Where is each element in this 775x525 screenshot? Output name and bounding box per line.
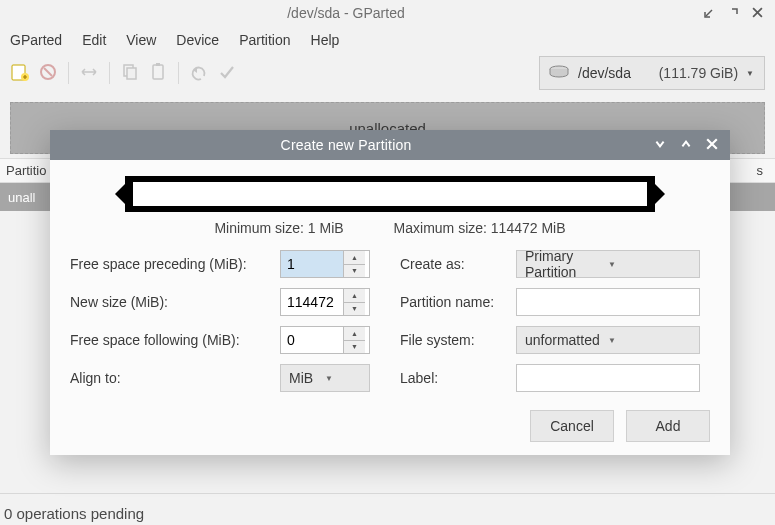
status-pending-ops: 0 operations pending — [4, 505, 144, 522]
menubar: GParted Edit View Device Partition Help — [0, 26, 775, 56]
create-as-label: Create as: — [400, 256, 516, 272]
partition-name-input[interactable] — [516, 288, 700, 316]
free-following-label: Free space following (MiB): — [70, 332, 280, 348]
close-icon[interactable] — [706, 138, 718, 153]
partition-size-slider[interactable] — [125, 176, 655, 212]
menu-device[interactable]: Device — [176, 32, 219, 48]
stepper-up-icon[interactable]: ▲ — [344, 289, 365, 303]
slider-handle-left[interactable] — [115, 176, 133, 212]
window-title-bar: /dev/sda - GParted — [0, 0, 775, 26]
file-system-label: File system: — [400, 332, 516, 348]
label-label: Label: — [400, 370, 516, 386]
menu-view[interactable]: View — [126, 32, 156, 48]
table-row-partition: unall — [8, 190, 35, 205]
chevron-down-icon[interactable] — [654, 138, 666, 153]
menu-help[interactable]: Help — [311, 32, 340, 48]
free-preceding-input[interactable] — [281, 251, 343, 277]
menu-edit[interactable]: Edit — [82, 32, 106, 48]
disk-icon — [548, 64, 570, 83]
device-size: (111.79 GiB) — [659, 65, 738, 81]
statusbar: 0 operations pending — [0, 493, 775, 523]
stepper-up-icon[interactable]: ▲ — [344, 327, 365, 341]
apply-icon[interactable] — [217, 62, 237, 85]
column-partition-header[interactable]: Partitio — [6, 163, 54, 178]
create-as-combo[interactable]: Primary Partition ▼ — [516, 250, 700, 278]
new-size-input[interactable] — [281, 289, 343, 315]
svg-rect-4 — [127, 68, 136, 79]
svg-rect-5 — [153, 65, 163, 79]
align-to-value: MiB — [289, 370, 325, 386]
add-button[interactable]: Add — [626, 410, 710, 442]
maximum-size-label: Maximum size: 114472 MiB — [394, 220, 566, 236]
device-name: /dev/sda — [578, 65, 651, 81]
cancel-button[interactable]: Cancel — [530, 410, 614, 442]
resize-icon[interactable] — [79, 62, 99, 85]
maximize-icon[interactable] — [728, 6, 738, 21]
create-as-value: Primary Partition — [525, 248, 608, 280]
new-size-spinner[interactable]: ▲▼ — [280, 288, 370, 316]
copy-icon[interactable] — [120, 62, 140, 85]
slider-handle-right[interactable] — [647, 176, 665, 212]
delete-icon[interactable] — [38, 62, 58, 85]
stepper-down-icon[interactable]: ▼ — [344, 341, 365, 354]
toolbar: /dev/sda (111.79 GiB) ▼ — [0, 56, 775, 98]
device-selector[interactable]: /dev/sda (111.79 GiB) ▼ — [539, 56, 765, 90]
close-icon[interactable] — [752, 6, 763, 21]
svg-rect-6 — [156, 63, 160, 66]
chevron-down-icon: ▼ — [608, 260, 691, 269]
dialog-title-bar: Create new Partition — [50, 130, 730, 160]
file-system-value: unformatted — [525, 332, 608, 348]
dialog-title: Create new Partition — [50, 137, 642, 153]
window-title: /dev/sda - GParted — [0, 5, 692, 21]
free-following-input[interactable] — [281, 327, 343, 353]
undo-icon[interactable] — [189, 62, 209, 85]
menu-gparted[interactable]: GParted — [10, 32, 62, 48]
free-preceding-label: Free space preceding (MiB): — [70, 256, 280, 272]
stepper-down-icon[interactable]: ▼ — [344, 265, 365, 278]
partition-name-label: Partition name: — [400, 294, 516, 310]
minimum-size-label: Minimum size: 1 MiB — [214, 220, 343, 236]
free-following-spinner[interactable]: ▲▼ — [280, 326, 370, 354]
chevron-down-icon: ▼ — [608, 336, 691, 345]
free-preceding-spinner[interactable]: ▲▼ — [280, 250, 370, 278]
align-to-combo[interactable]: MiB ▼ — [280, 364, 370, 392]
create-partition-dialog: Create new Partition Minimum size: 1 MiB… — [50, 130, 730, 455]
new-partition-icon[interactable] — [10, 62, 30, 85]
stepper-up-icon[interactable]: ▲ — [344, 251, 365, 265]
file-system-combo[interactable]: unformatted ▼ — [516, 326, 700, 354]
chevron-down-icon: ▼ — [325, 374, 361, 383]
align-to-label: Align to: — [70, 370, 280, 386]
label-input[interactable] — [516, 364, 700, 392]
minimize-icon[interactable] — [704, 6, 714, 21]
stepper-down-icon[interactable]: ▼ — [344, 303, 365, 316]
new-size-label: New size (MiB): — [70, 294, 280, 310]
chevron-down-icon: ▼ — [746, 69, 754, 78]
menu-partition[interactable]: Partition — [239, 32, 290, 48]
paste-icon[interactable] — [148, 62, 168, 85]
chevron-up-icon[interactable] — [680, 138, 692, 153]
